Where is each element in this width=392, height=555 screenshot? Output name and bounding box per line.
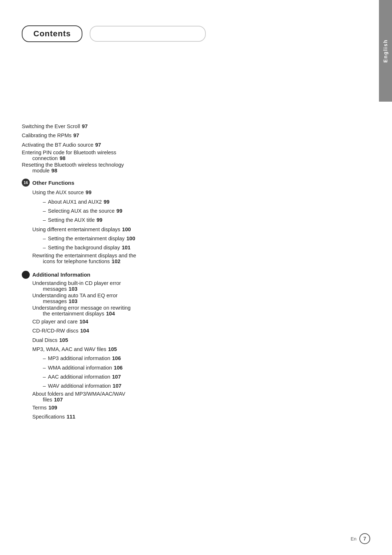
list-item: MP3, WMA, AAC and WAV files 105 [22,345,357,354]
footer: En 7 [351,533,370,544]
list-item: –About AUX1 and AUX2 99 [22,197,357,207]
list-item: Resetting the Bluetooth wireless technol… [22,162,357,174]
page-number: 7 [359,533,370,544]
item-text: Activating the BT Audio source [22,140,93,150]
list-item: Rewriting the entertainment displays and… [22,253,357,264]
list-item: CD player and care 104 [22,317,357,326]
header-empty-box [90,26,206,42]
item-num: 98 [52,168,57,174]
list-item: About folders and MP3/WMA/AAC/WAV files … [22,391,357,403]
list-item: Understanding built-in CD player error m… [22,280,357,292]
toc-content: Switching the Ever Scroll 97 Calibrating… [0,49,379,429]
section-title: Additional Information [32,272,90,278]
list-item: Calibrating the RPMs 97 [22,131,357,140]
list-item: –MP3 additional information 106 [22,354,357,363]
list-item: –Setting the AUX title 99 [22,216,357,225]
footer-label: En [351,536,356,542]
list-item: Dual Discs 105 [22,336,357,345]
item-text: Calibrating the RPMs [22,131,72,140]
item-text-cont: module [32,168,50,174]
list-item: Understanding error message on rewriting… [22,305,357,317]
list-item: Using the AUX source 99 [22,188,357,197]
list-item: –WMA additional information 106 [22,363,357,372]
list-item: Switching the Ever Scroll 97 [22,122,357,131]
list-item: –WAV additional information 107 [22,381,357,391]
list-item: Activating the BT Audio source 97 [22,140,357,150]
list-item: Understanding auto TA and EQ error messa… [22,293,357,304]
item-text: Resetting the Bluetooth wireless technol… [22,162,124,168]
top-spacer [22,57,357,122]
list-item: Using different entertainment displays 1… [22,225,357,234]
list-item: –Selecting AUX as the source 99 [22,207,357,216]
item-num: 98 [60,155,65,161]
item-num: 97 [95,140,101,150]
list-item: –Setting the background display 101 [22,243,357,252]
language-tab: English [379,0,392,102]
item-num: 97 [82,122,87,131]
item-text-cont: connection [32,155,58,161]
header: Contents [0,15,392,49]
section-heading-other-functions: 16 Other Functions [22,179,357,187]
page-title: Contents [22,25,82,42]
page: English Contents Switching the Ever Scro… [0,0,392,555]
list-item: CD-R/CD-RW discs 104 [22,326,357,335]
section-bullet-16: 16 [22,179,30,187]
item-text: Entering PIN code for Bluetooth wireless [22,150,116,155]
section-heading-additional-info: ● Additional Information [22,271,357,279]
list-item: –Setting the entertainment display 100 [22,234,357,243]
language-label: English [383,39,388,63]
item-num: 97 [73,131,79,140]
list-item: Specifications 111 [22,412,357,421]
list-item: Entering PIN code for Bluetooth wireless… [22,150,357,161]
section-bullet-filled: ● [22,271,30,279]
section-title: Other Functions [32,180,74,186]
item-text: Switching the Ever Scroll [22,122,80,131]
list-item: –AAC additional information 107 [22,372,357,381]
list-item: Terms 109 [22,403,357,412]
